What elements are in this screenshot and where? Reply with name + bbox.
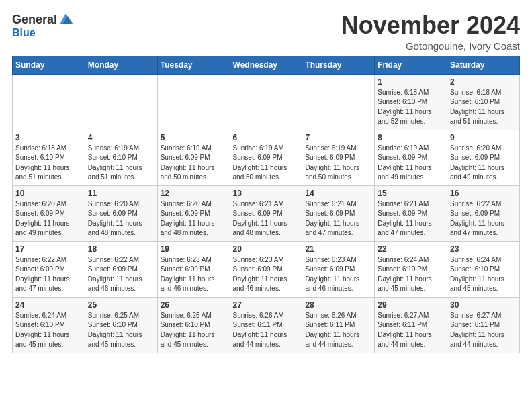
calendar-cell: 1Sunrise: 6:18 AM Sunset: 6:10 PM Daylig… <box>375 74 447 130</box>
calendar-cell: 23Sunrise: 6:24 AM Sunset: 6:10 PM Dayli… <box>447 241 520 297</box>
day-info: Sunrise: 6:25 AM Sunset: 6:10 PM Dayligh… <box>88 311 154 350</box>
calendar-week-row: 3Sunrise: 6:18 AM Sunset: 6:10 PM Daylig… <box>13 130 520 185</box>
day-number: 5 <box>161 133 227 142</box>
day-number: 2 <box>450 77 517 87</box>
calendar-cell <box>13 74 85 130</box>
day-number: 11 <box>88 189 154 198</box>
weekday-header: Sunday <box>13 56 85 74</box>
calendar-cell: 8Sunrise: 6:19 AM Sunset: 6:09 PM Daylig… <box>375 130 447 185</box>
day-number: 22 <box>378 244 444 254</box>
calendar-cell: 10Sunrise: 6:20 AM Sunset: 6:09 PM Dayli… <box>13 185 85 241</box>
calendar-cell: 19Sunrise: 6:23 AM Sunset: 6:09 PM Dayli… <box>157 241 230 297</box>
calendar-body: 1Sunrise: 6:18 AM Sunset: 6:10 PM Daylig… <box>13 74 520 353</box>
day-info: Sunrise: 6:20 AM Sunset: 6:09 PM Dayligh… <box>88 199 154 238</box>
calendar-cell: 16Sunrise: 6:22 AM Sunset: 6:09 PM Dayli… <box>447 185 520 241</box>
day-number: 13 <box>233 189 300 198</box>
day-info: Sunrise: 6:20 AM Sunset: 6:09 PM Dayligh… <box>161 199 227 238</box>
weekday-header: Friday <box>375 56 447 74</box>
day-info: Sunrise: 6:24 AM Sunset: 6:10 PM Dayligh… <box>378 255 444 294</box>
logo-general-text: General <box>12 13 57 27</box>
day-info: Sunrise: 6:18 AM Sunset: 6:10 PM Dayligh… <box>450 88 517 127</box>
day-number: 10 <box>15 189 82 198</box>
calendar-cell: 24Sunrise: 6:24 AM Sunset: 6:10 PM Dayli… <box>13 297 85 353</box>
weekday-header: Tuesday <box>157 56 230 74</box>
day-info: Sunrise: 6:27 AM Sunset: 6:11 PM Dayligh… <box>378 311 444 350</box>
logo-icon <box>58 12 73 27</box>
calendar-cell: 18Sunrise: 6:22 AM Sunset: 6:09 PM Dayli… <box>85 241 157 297</box>
day-info: Sunrise: 6:25 AM Sunset: 6:10 PM Dayligh… <box>161 311 227 350</box>
calendar-cell: 12Sunrise: 6:20 AM Sunset: 6:09 PM Dayli… <box>157 185 230 241</box>
day-info: Sunrise: 6:19 AM Sunset: 6:09 PM Dayligh… <box>161 144 227 183</box>
day-number: 12 <box>161 189 227 198</box>
day-info: Sunrise: 6:19 AM Sunset: 6:09 PM Dayligh… <box>233 144 300 183</box>
calendar-cell: 30Sunrise: 6:27 AM Sunset: 6:11 PM Dayli… <box>447 297 520 353</box>
calendar-cell: 4Sunrise: 6:19 AM Sunset: 6:10 PM Daylig… <box>85 130 157 185</box>
calendar-cell: 27Sunrise: 6:26 AM Sunset: 6:11 PM Dayli… <box>230 297 302 353</box>
day-number: 18 <box>88 244 154 254</box>
calendar-cell: 20Sunrise: 6:23 AM Sunset: 6:09 PM Dayli… <box>230 241 302 297</box>
day-info: Sunrise: 6:22 AM Sunset: 6:09 PM Dayligh… <box>15 255 82 294</box>
day-info: Sunrise: 6:23 AM Sunset: 6:09 PM Dayligh… <box>161 255 227 294</box>
day-number: 30 <box>450 300 517 310</box>
calendar-cell: 7Sunrise: 6:19 AM Sunset: 6:09 PM Daylig… <box>302 130 375 185</box>
calendar-cell: 3Sunrise: 6:18 AM Sunset: 6:10 PM Daylig… <box>13 130 85 185</box>
day-number: 14 <box>305 189 371 198</box>
day-info: Sunrise: 6:22 AM Sunset: 6:09 PM Dayligh… <box>450 199 517 238</box>
weekday-header: Wednesday <box>230 56 302 74</box>
calendar-cell: 28Sunrise: 6:26 AM Sunset: 6:11 PM Dayli… <box>302 297 375 353</box>
day-info: Sunrise: 6:23 AM Sunset: 6:09 PM Dayligh… <box>305 255 371 294</box>
day-number: 8 <box>378 133 444 142</box>
weekday-header: Saturday <box>447 56 520 74</box>
day-number: 20 <box>233 244 300 254</box>
day-info: Sunrise: 6:18 AM Sunset: 6:10 PM Dayligh… <box>378 88 444 127</box>
day-number: 28 <box>305 300 371 310</box>
logo: General Blue <box>12 12 73 39</box>
day-info: Sunrise: 6:21 AM Sunset: 6:09 PM Dayligh… <box>305 199 371 238</box>
day-number: 16 <box>450 189 517 198</box>
day-number: 26 <box>161 300 227 310</box>
day-number: 6 <box>233 133 300 142</box>
calendar-cell <box>302 74 375 130</box>
day-info: Sunrise: 6:18 AM Sunset: 6:10 PM Dayligh… <box>15 144 82 183</box>
day-number: 21 <box>305 244 371 254</box>
day-info: Sunrise: 6:26 AM Sunset: 6:11 PM Dayligh… <box>233 311 300 350</box>
calendar-cell <box>230 74 302 130</box>
day-info: Sunrise: 6:19 AM Sunset: 6:09 PM Dayligh… <box>305 144 371 183</box>
weekday-row: SundayMondayTuesdayWednesdayThursdayFrid… <box>13 56 520 74</box>
calendar-cell: 11Sunrise: 6:20 AM Sunset: 6:09 PM Dayli… <box>85 185 157 241</box>
day-info: Sunrise: 6:23 AM Sunset: 6:09 PM Dayligh… <box>233 255 300 294</box>
calendar-table: SundayMondayTuesdayWednesdayThursdayFrid… <box>12 56 520 353</box>
calendar-week-row: 24Sunrise: 6:24 AM Sunset: 6:10 PM Dayli… <box>13 297 520 353</box>
calendar-cell <box>157 74 230 130</box>
title-block: November 2024 Gotongouine, Ivory Coast <box>341 12 520 52</box>
calendar-cell: 2Sunrise: 6:18 AM Sunset: 6:10 PM Daylig… <box>447 74 520 130</box>
day-number: 24 <box>15 300 82 310</box>
calendar-cell: 14Sunrise: 6:21 AM Sunset: 6:09 PM Dayli… <box>302 185 375 241</box>
day-info: Sunrise: 6:27 AM Sunset: 6:11 PM Dayligh… <box>450 311 517 350</box>
calendar-cell: 21Sunrise: 6:23 AM Sunset: 6:09 PM Dayli… <box>302 241 375 297</box>
header: General Blue November 2024 Gotongouine, … <box>12 12 520 52</box>
calendar-week-row: 1Sunrise: 6:18 AM Sunset: 6:10 PM Daylig… <box>13 74 520 130</box>
calendar-header: SundayMondayTuesdayWednesdayThursdayFrid… <box>13 56 520 74</box>
day-number: 27 <box>233 300 300 310</box>
calendar-week-row: 17Sunrise: 6:22 AM Sunset: 6:09 PM Dayli… <box>13 241 520 297</box>
day-info: Sunrise: 6:24 AM Sunset: 6:10 PM Dayligh… <box>450 255 517 294</box>
day-number: 9 <box>450 133 517 142</box>
day-number: 19 <box>161 244 227 254</box>
day-number: 29 <box>378 300 444 310</box>
day-info: Sunrise: 6:20 AM Sunset: 6:09 PM Dayligh… <box>450 144 517 183</box>
weekday-header: Monday <box>85 56 157 74</box>
day-number: 17 <box>15 244 82 254</box>
day-info: Sunrise: 6:19 AM Sunset: 6:09 PM Dayligh… <box>378 144 444 183</box>
day-info: Sunrise: 6:26 AM Sunset: 6:11 PM Dayligh… <box>305 311 371 350</box>
day-info: Sunrise: 6:19 AM Sunset: 6:10 PM Dayligh… <box>88 144 154 183</box>
day-info: Sunrise: 6:21 AM Sunset: 6:09 PM Dayligh… <box>378 199 444 238</box>
month-title: November 2024 <box>341 12 520 39</box>
day-number: 15 <box>378 189 444 198</box>
calendar-cell: 25Sunrise: 6:25 AM Sunset: 6:10 PM Dayli… <box>85 297 157 353</box>
calendar-cell: 9Sunrise: 6:20 AM Sunset: 6:09 PM Daylig… <box>447 130 520 185</box>
day-number: 7 <box>305 133 371 142</box>
calendar-cell: 6Sunrise: 6:19 AM Sunset: 6:09 PM Daylig… <box>230 130 302 185</box>
day-info: Sunrise: 6:22 AM Sunset: 6:09 PM Dayligh… <box>88 255 154 294</box>
day-number: 25 <box>88 300 154 310</box>
